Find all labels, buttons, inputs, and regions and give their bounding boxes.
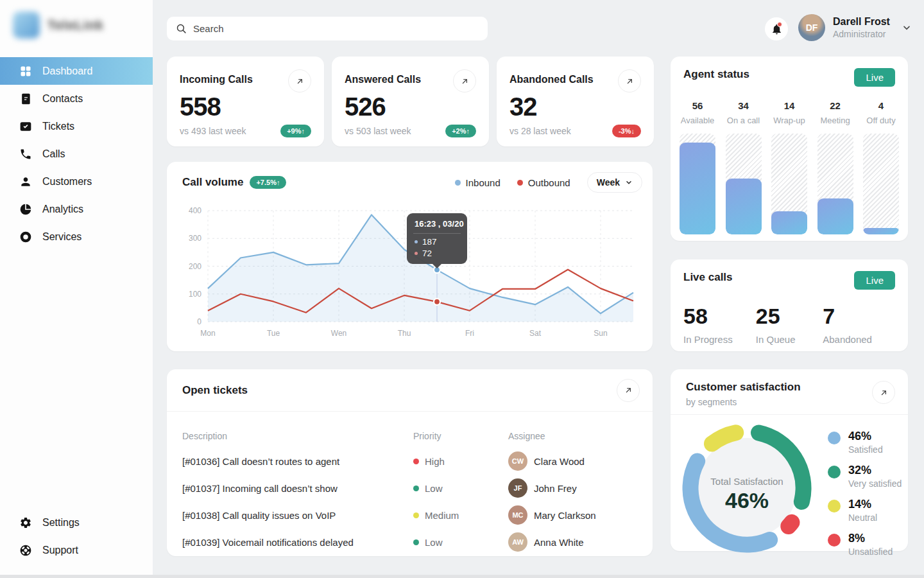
- sidebar: TeleLink DashboardContactsTicketsCallsCu…: [0, 0, 153, 578]
- ticket-priority: High: [413, 456, 508, 467]
- live-stat-in-progress: 58In Progress: [683, 304, 756, 345]
- arrow-up-right-icon: [625, 76, 635, 86]
- agent-count: 14: [784, 100, 795, 111]
- stat-value: 526: [345, 92, 476, 121]
- legend-dot: [828, 466, 841, 478]
- sidebar-item-support[interactable]: Support: [0, 536, 153, 564]
- segment-label: Unsatisfied: [848, 547, 893, 557]
- sidebar-item-settings[interactable]: Settings: [0, 509, 153, 536]
- ticket-row[interactable]: [#01036] Call doesn’t routes to agentHig…: [182, 448, 637, 475]
- svg-text:Tue: Tue: [267, 329, 280, 338]
- satisfaction-title: Customer satisfaction: [686, 381, 801, 394]
- dashboard-icon: [19, 65, 32, 78]
- satisfaction-subtitle: by segments: [686, 397, 801, 407]
- notifications-button[interactable]: [765, 17, 788, 40]
- analytics-icon: [19, 203, 32, 216]
- sidebar-item-customers[interactable]: Customers: [0, 168, 153, 195]
- tickets-icon: [19, 120, 32, 133]
- live-stat-value: 58: [683, 304, 756, 329]
- legend-item-outbound[interactable]: Outbound: [517, 177, 570, 188]
- tickets-header-row: DescriptionPriorityAssignee: [182, 425, 637, 448]
- agent-state-label: Wrap-up: [773, 116, 805, 125]
- tooltip-timestamp: 16:23 , 03/20: [415, 219, 459, 229]
- search-input[interactable]: [193, 23, 479, 34]
- satisfaction-legend-item: 8%Unsatisfied: [828, 532, 902, 557]
- agent-status-column: 34On a call: [726, 100, 762, 234]
- stat-expand-button[interactable]: [618, 69, 641, 92]
- column-header: Priority: [413, 431, 508, 441]
- sidebar-item-analytics[interactable]: Analytics: [0, 195, 153, 223]
- svg-text:Fri: Fri: [465, 329, 474, 338]
- logo-icon: [13, 12, 40, 39]
- live-stat-label: In Queue: [756, 334, 823, 345]
- sidebar-item-tickets[interactable]: Tickets: [0, 112, 153, 140]
- segment-percent: 32%: [848, 464, 902, 477]
- live-stat-value: 25: [756, 304, 823, 329]
- satisfaction-legend: 46%Satisfied32%Very satisfied14%Neutral8…: [828, 430, 902, 566]
- agent-bar: [771, 211, 807, 234]
- agent-status-card: Agent status Live 56Available34On a call…: [671, 57, 908, 241]
- ticket-row[interactable]: [#01038] Call quality issues on VoIPMedi…: [182, 502, 637, 529]
- call-volume-title: Call volume: [182, 176, 243, 189]
- ticket-row[interactable]: [#01037] Incoming call doesn’t showLowJF…: [182, 475, 637, 502]
- search-bar[interactable]: [167, 17, 488, 40]
- customers-icon: [19, 175, 32, 188]
- stat-value: 32: [509, 92, 641, 121]
- agent-bar-track: [817, 134, 853, 234]
- satisfaction-expand-button[interactable]: [872, 381, 895, 404]
- ticket-assignee: CWClara Wood: [508, 451, 637, 471]
- agent-state-label: Available: [681, 116, 715, 125]
- call-volume-badge: +7.5%↑: [250, 176, 286, 189]
- agent-bar-track: [771, 134, 807, 234]
- open-tickets-title: Open tickets: [182, 384, 248, 397]
- stat-expand-button[interactable]: [453, 69, 476, 92]
- legend-dot: [517, 180, 523, 186]
- sidebar-item-dashboard[interactable]: Dashboard: [0, 57, 153, 85]
- stat-expand-button[interactable]: [288, 69, 311, 92]
- search-icon: [176, 23, 187, 34]
- svg-text:Wen: Wen: [331, 329, 346, 338]
- stat-trend-badge: +2%↑: [445, 125, 476, 137]
- assignee-avatar: JF: [508, 478, 527, 498]
- legend-dot: [455, 180, 461, 186]
- agent-count: 56: [692, 100, 703, 111]
- satisfaction-legend-item: 32%Very satisfied: [828, 464, 902, 489]
- calls-icon: [19, 148, 32, 161]
- ticket-description: [#01039] Voicemail notifications delayed: [182, 537, 413, 548]
- sidebar-item-services[interactable]: Services: [0, 223, 153, 250]
- segment-label: Neutral: [848, 512, 877, 523]
- customer-satisfaction-card: Customer satisfaction by segments Total …: [671, 369, 908, 551]
- settings-icon: [19, 516, 32, 529]
- svg-text:100: 100: [189, 290, 201, 299]
- period-dropdown[interactable]: Week: [587, 172, 642, 193]
- priority-dot: [413, 539, 419, 545]
- legend-item-inbound[interactable]: Inbound: [455, 177, 501, 188]
- user-menu[interactable]: DF Darell Frost Administrator: [798, 14, 912, 41]
- ticket-assignee: JFJohn Frey: [508, 478, 637, 498]
- ticket-row[interactable]: [#01039] Voicemail notifications delayed…: [182, 529, 637, 556]
- sidebar-item-calls[interactable]: Calls: [0, 140, 153, 168]
- user-avatar: DF: [798, 14, 825, 41]
- notification-badge: [777, 22, 782, 27]
- stat-title: Incoming Calls: [180, 69, 253, 85]
- legend-dot: [828, 500, 841, 512]
- stat-card-answered-calls: Answered Calls526vs 503 last week+2%↑: [332, 57, 489, 146]
- agent-state-label: On a call: [727, 116, 760, 125]
- stat-compare: vs 493 last week: [180, 126, 246, 136]
- live-calls-card: Live calls Live 58In Progress25In Queue7…: [671, 259, 908, 351]
- agent-status-column: 56Available: [680, 100, 715, 234]
- open-tickets-expand-button[interactable]: [617, 379, 640, 402]
- svg-text:0: 0: [197, 317, 201, 326]
- services-icon: [19, 231, 32, 243]
- ticket-assignee: MCMary Clarkson: [508, 505, 637, 525]
- agent-bar: [680, 143, 715, 234]
- stat-title: Answered Calls: [345, 69, 421, 85]
- stat-compare: vs 28 last week: [509, 126, 571, 136]
- live-stat-value: 7: [823, 304, 895, 329]
- ticket-priority: Low: [413, 483, 508, 494]
- assignee-avatar: CW: [508, 451, 527, 471]
- svg-text:Sat: Sat: [529, 329, 542, 338]
- agent-bar: [817, 198, 853, 234]
- call-volume-card: Call volume +7.5%↑ InboundOutbound Week …: [167, 162, 653, 351]
- sidebar-item-contacts[interactable]: Contacts: [0, 85, 153, 112]
